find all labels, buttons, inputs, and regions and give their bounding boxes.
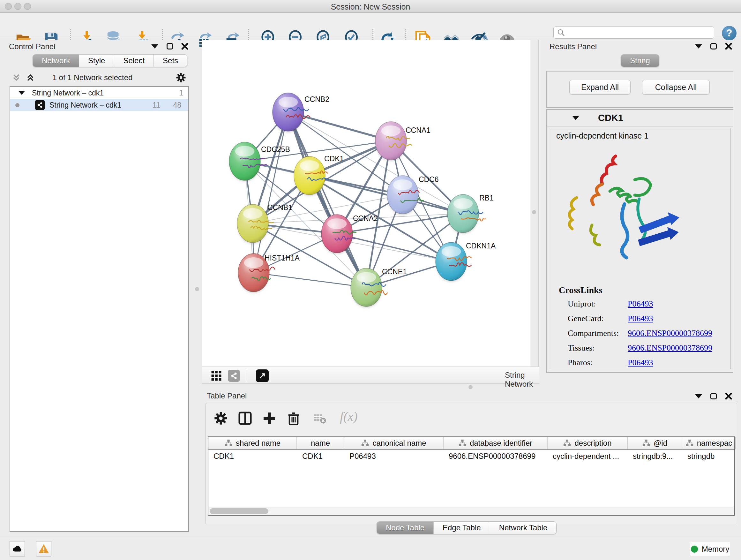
birds-eye-grid-icon[interactable] [211,370,222,381]
gene-collapse-icon[interactable] [572,116,579,120]
window-title: Session: New Session [0,2,741,11]
table-panel-close-icon[interactable] [725,393,732,400]
tab-style[interactable]: Style [79,55,114,67]
node-label: CCNA1 [406,126,430,134]
column-model-icon [642,439,650,447]
delete-table-icon[interactable] [313,411,327,426]
network-selection-bar: 1 of 1 Network selected [10,71,188,84]
control-panel-title: Control Panel [9,42,55,51]
show-columns-icon[interactable] [238,411,253,426]
column-header-label: description [575,439,611,448]
table-cell[interactable]: stringdb:9... [628,450,682,462]
network-row[interactable]: String Network – cdk1 11 48 [10,99,188,111]
expand-all-button[interactable]: Expand All [569,80,630,95]
right-split-divider[interactable] [538,40,539,384]
crosslink-row: Uniprot:P06493 [568,299,727,312]
network-canvas[interactable]: CCNB2CCNA1CDC25BCDK1CDC6RB1CCNB1CCNA2CDK… [202,40,530,367]
node-label: CDKN1A [466,242,496,250]
results-panel-float-icon[interactable] [711,43,717,50]
tab-select[interactable]: Select [114,55,154,67]
table-cell[interactable]: 9606.ENSP00000378699 [444,450,548,462]
table-horizontal-scrollbar[interactable] [208,507,734,515]
results-panel: Results Panel String Expand All Collapse… [539,40,741,390]
network-node-ccna2[interactable] [321,214,356,253]
table-cell[interactable]: cyclin-dependent ... [548,450,628,462]
control-panel-close-icon[interactable] [181,43,188,50]
table-cell[interactable]: CDK1 [297,450,344,462]
node-gloss-highlight [393,179,413,190]
gene-header[interactable]: CDK1 [547,110,733,126]
network-edge[interactable] [288,112,366,287]
network-node-cdk1[interactable] [294,157,329,195]
open-in-window-icon[interactable] [256,369,269,382]
tab-network[interactable]: Network [33,55,79,67]
column-model-icon [685,439,694,447]
collection-label: String Network – cdk1 [32,89,104,98]
network-graph[interactable]: CCNB2CCNA1CDC25BCDK1CDC6RB1CCNB1CCNA2CDK… [202,40,530,367]
crosslink-link[interactable]: 9606.ENSP00000378699 [628,328,712,338]
column-header-name[interactable]: name [297,437,344,449]
network-collection-row[interactable]: String Network – cdk1 1 [10,87,188,99]
memory-button[interactable]: Memory [690,542,730,556]
horizontal-splitter-handle[interactable] [468,385,473,389]
tab-sets[interactable]: Sets [154,55,187,67]
results-panel-tab-group: String [621,54,659,67]
help-button[interactable]: ? [722,26,737,41]
crosslink-link[interactable]: P06493 [628,299,653,309]
column-header-database-identifier[interactable]: database identifier [444,437,548,449]
footer-separator [247,369,247,381]
crosslink-link[interactable]: P06493 [628,314,653,323]
table-row[interactable]: CDK1CDK1P064939606.ENSP00000378699cyclin… [208,450,734,462]
column-header-description[interactable]: description [548,437,628,449]
network-edge[interactable] [254,112,288,273]
table-panel-float-icon[interactable] [711,393,717,399]
results-panel-close-icon[interactable] [725,43,732,50]
collection-expand-icon[interactable] [18,91,25,95]
control-panel-float-icon[interactable] [166,43,173,50]
function-builder-icon[interactable]: f(x) [340,409,358,424]
tab-edge-table[interactable]: Edge Table [434,522,490,534]
network-badge-icon[interactable] [228,370,240,382]
table-panel-minimize-icon[interactable] [695,394,702,398]
node-label: CCNA2 [353,214,378,223]
left-splitter-handle[interactable] [195,287,199,291]
collapse-all-button[interactable]: Collapse All [642,80,710,95]
crosslink-label: GeneCard: [568,314,604,323]
network-edge[interactable] [254,273,366,287]
network-node-cdc6[interactable] [387,176,424,214]
crosslink-link[interactable]: P06493 [628,358,653,368]
warning-button[interactable] [36,541,51,557]
results-panel-minimize-icon[interactable] [695,44,702,49]
crosslink-link[interactable]: 9606.ENSP00000378699 [628,343,712,353]
cloud-button[interactable] [10,541,25,557]
table-options-gear-icon[interactable] [213,411,228,426]
collection-count: 1 [179,89,183,98]
network-options-gear-icon[interactable] [176,72,186,83]
column-header-shared-name[interactable]: shared name [208,437,297,449]
delete-column-icon[interactable] [286,411,301,426]
tab-string[interactable]: String [621,55,659,67]
title-bar: Session: New Session [0,0,741,13]
node-label: CCNE1 [382,267,407,276]
scrollbar-thumb[interactable] [210,508,268,514]
crosslink-row: GeneCard:P06493 [568,314,727,327]
column-header-@id[interactable]: @id [628,437,682,449]
left-split-divider[interactable] [201,40,201,384]
column-header-label: shared name [236,439,280,448]
right-splitter-handle[interactable] [532,210,536,214]
crosslink-row: Tissues:9606.ENSP00000378699 [568,343,727,356]
table-cell[interactable]: CDK1 [208,450,297,462]
tab-network-table[interactable]: Network Table [490,522,556,534]
network-list: String Network – cdk1 1 String Network –… [10,86,189,532]
node-label: RB1 [479,194,494,202]
table-cell[interactable]: P06493 [344,450,444,462]
control-panel-minimize-icon[interactable] [151,44,158,49]
search-input[interactable] [553,26,714,39]
add-column-icon[interactable] [262,411,277,426]
table-cell[interactable]: stringdb [682,450,736,462]
control-panel: Control Panel NetworkStyleSelectSets 1 o… [3,40,191,535]
column-header-canonical-name[interactable]: canonical name [344,437,444,449]
tab-node-table[interactable]: Node Table [377,522,434,534]
node-gloss-highlight [300,160,320,171]
column-header-namespac[interactable]: namespac [682,437,736,449]
